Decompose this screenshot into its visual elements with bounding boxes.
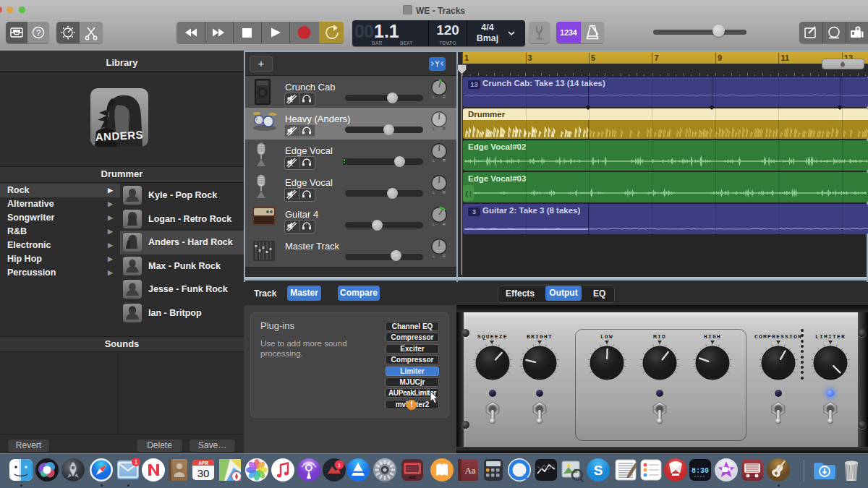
svg-text:L: L	[433, 222, 435, 226]
svg-text:Aa: Aa	[464, 465, 475, 476]
svg-text:L: L	[433, 190, 435, 194]
svg-text:ANDERS: ANDERS	[95, 129, 143, 143]
svg-text:R: R	[443, 127, 446, 131]
svg-text:APR: APR	[198, 461, 208, 466]
svg-text:30: 30	[197, 467, 210, 479]
svg-text:S: S	[594, 463, 603, 478]
svg-text:R: R	[443, 254, 446, 258]
svg-text:8:30: 8:30	[692, 467, 709, 475]
svg-text:?: ?	[36, 28, 41, 38]
svg-text:1: 1	[135, 458, 138, 466]
svg-text:R: R	[443, 190, 446, 194]
svg-text:❬(: ❬(	[464, 190, 472, 198]
svg-text:L: L	[433, 254, 435, 258]
svg-text:R: R	[443, 95, 446, 99]
svg-text:L: L	[433, 158, 435, 163]
svg-text:L: L	[433, 127, 435, 131]
svg-text:L: L	[433, 95, 435, 99]
svg-text:R: R	[443, 222, 446, 226]
svg-text:R: R	[443, 158, 446, 163]
svg-text:1: 1	[338, 462, 341, 468]
